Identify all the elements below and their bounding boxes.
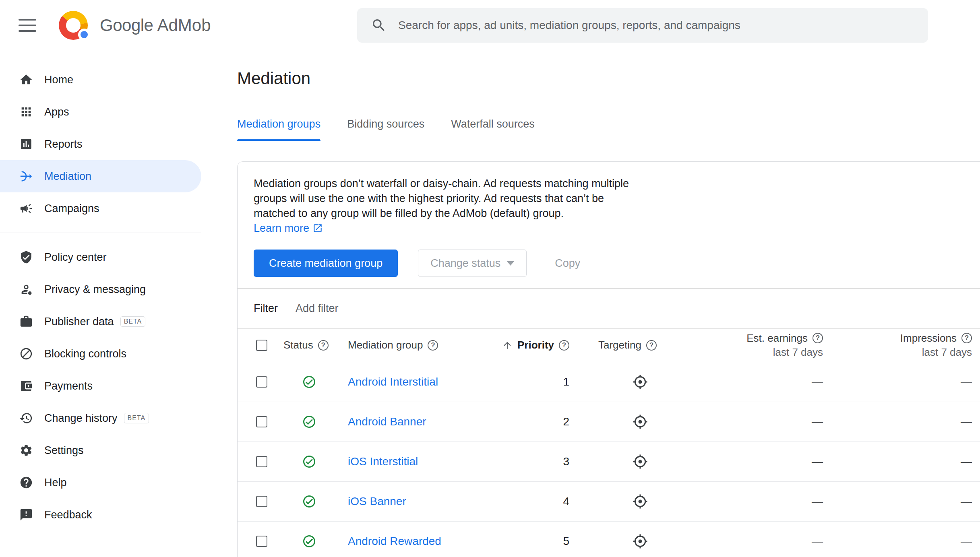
status-active-icon [302, 454, 316, 469]
column-impressions: Impressions? last 7 days [829, 332, 978, 359]
mediation-group-link[interactable]: iOS Banner [348, 495, 406, 507]
description-text: Mediation groups don’t waterfall or dais… [254, 177, 629, 219]
targeting-icon[interactable] [633, 454, 648, 469]
mediation-groups-card: Mediation groups don’t waterfall or dais… [237, 161, 980, 557]
global-search[interactable] [357, 8, 928, 43]
copy-button[interactable]: Copy [546, 250, 589, 277]
brand-product: AdMob [157, 16, 211, 35]
impressions-value: — [829, 375, 978, 388]
sort-ascending-icon [502, 340, 513, 351]
priority-value: 4 [495, 495, 576, 508]
top-header: GoogleAdMob [0, 0, 980, 51]
column-priority[interactable]: Priority ? [495, 339, 576, 351]
mediation-description: Mediation groups don’t waterfall or dais… [254, 176, 630, 236]
action-buttons: Create mediation group Change status Cop… [254, 250, 980, 277]
table-row: Android Banner 2 — — [238, 402, 980, 442]
status-help-icon[interactable]: ? [318, 340, 329, 351]
menu-icon[interactable] [19, 19, 36, 32]
status-active-icon [302, 494, 316, 509]
create-mediation-group-button[interactable]: Create mediation group [254, 250, 398, 277]
impressions-value: — [829, 495, 978, 508]
chevron-down-icon [507, 261, 514, 266]
filter-bar: Filter Add filter [238, 289, 980, 328]
mediation-group-link[interactable]: iOS Interstitial [348, 455, 418, 468]
table-row: iOS Interstitial 3 — — [238, 442, 980, 482]
column-status: Status ? [283, 339, 348, 351]
targeting-help-icon[interactable]: ? [646, 340, 657, 351]
add-filter-button[interactable]: Add filter [296, 302, 339, 315]
tab-bidding-sources[interactable]: Bidding sources [347, 107, 424, 141]
impressions-help-icon[interactable]: ? [961, 333, 972, 343]
mediation-group-link[interactable]: Android Banner [348, 415, 426, 428]
targeting-icon[interactable] [633, 374, 648, 390]
est-earnings-value: — [705, 375, 829, 388]
tab-waterfall-sources[interactable]: Waterfall sources [451, 107, 535, 141]
main-content: Mediation Mediation groups Bidding sourc… [0, 51, 980, 557]
table-row: Android Rewarded 5 — — [238, 522, 980, 557]
column-mediation-group: Mediation group ? [348, 339, 495, 351]
row-checkbox[interactable] [256, 456, 267, 467]
priority-help-icon[interactable]: ? [559, 340, 569, 351]
table-header: Status ? Mediation group ? Priority ? Ta… [238, 328, 980, 362]
targeting-icon[interactable] [633, 534, 648, 549]
row-checkbox[interactable] [256, 496, 267, 507]
status-active-icon [302, 415, 316, 429]
mediation-group-link[interactable]: Android Interstitial [348, 375, 438, 388]
app-title: GoogleAdMob [100, 16, 211, 35]
table-row: iOS Banner 4 — — [238, 482, 980, 522]
table-row: Android Interstitial 1 — — [238, 362, 980, 402]
mediation-group-help-icon[interactable]: ? [428, 340, 438, 351]
row-checkbox[interactable] [256, 536, 267, 547]
status-active-icon [302, 534, 316, 549]
column-targeting: Targeting ? [576, 339, 705, 351]
impressions-value: — [829, 535, 978, 548]
priority-value: 5 [495, 535, 576, 548]
est-earnings-value: — [705, 535, 829, 548]
est-earnings-value: — [705, 415, 829, 428]
est-earnings-help-icon[interactable]: ? [813, 333, 823, 343]
impressions-value: — [829, 455, 978, 468]
status-active-icon [302, 375, 316, 389]
search-input[interactable] [398, 19, 914, 32]
search-icon [371, 17, 387, 33]
open-in-new-icon [312, 223, 323, 233]
priority-value: 3 [495, 455, 576, 468]
column-est-earnings: Est. earnings? last 7 days [705, 332, 829, 359]
admob-logo-icon[interactable] [59, 11, 88, 40]
row-checkbox[interactable] [256, 416, 267, 427]
logo-dot [78, 29, 90, 41]
est-earnings-value: — [705, 495, 829, 508]
learn-more-link[interactable]: Learn more [254, 222, 323, 234]
tab-mediation-groups[interactable]: Mediation groups [237, 107, 320, 141]
impressions-value: — [829, 415, 978, 428]
page-title: Mediation [237, 68, 980, 89]
targeting-icon[interactable] [633, 414, 648, 429]
targeting-icon[interactable] [633, 494, 648, 509]
priority-value: 2 [495, 415, 576, 428]
change-status-button[interactable]: Change status [418, 250, 527, 277]
est-earnings-value: — [705, 455, 829, 468]
mediation-group-link[interactable]: Android Rewarded [348, 535, 441, 547]
brand-google: Google [100, 16, 153, 35]
priority-value: 1 [495, 375, 576, 388]
row-checkbox[interactable] [256, 376, 267, 388]
select-all-checkbox[interactable] [256, 340, 267, 351]
tab-bar: Mediation groups Bidding sources Waterfa… [237, 107, 980, 141]
filter-label: Filter [254, 302, 278, 315]
